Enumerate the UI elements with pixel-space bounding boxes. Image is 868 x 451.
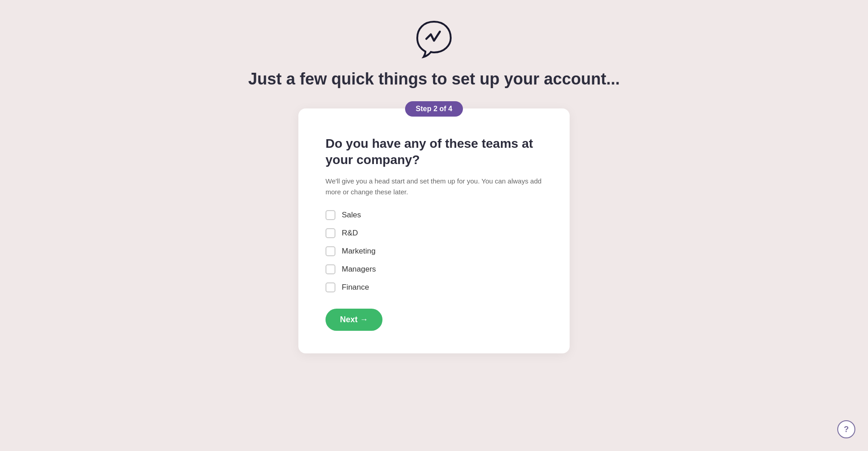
logo bbox=[414, 18, 454, 61]
card-title: Do you have any of these teams at your c… bbox=[326, 136, 542, 169]
help-button[interactable]: ? bbox=[837, 420, 855, 438]
checkbox-item-managers[interactable]: Managers bbox=[326, 264, 542, 274]
checkbox-label-rd: R&D bbox=[342, 229, 358, 238]
checkbox-marketing[interactable] bbox=[326, 246, 335, 256]
page-title: Just a few quick things to set up your a… bbox=[248, 70, 620, 89]
checkbox-label-marketing: Marketing bbox=[342, 247, 376, 256]
card-subtitle: We'll give you a head start and set them… bbox=[326, 176, 542, 197]
checkbox-item-marketing[interactable]: Marketing bbox=[326, 246, 542, 256]
checkbox-item-rd[interactable]: R&D bbox=[326, 228, 542, 238]
checkbox-rd[interactable] bbox=[326, 228, 335, 238]
checkbox-label-managers: Managers bbox=[342, 265, 376, 274]
step-badge: Step 2 of 4 bbox=[405, 101, 463, 117]
teams-checkbox-group: SalesR&DMarketingManagersFinance bbox=[326, 210, 542, 292]
checkbox-item-sales[interactable]: Sales bbox=[326, 210, 542, 220]
checkbox-label-sales: Sales bbox=[342, 211, 361, 220]
next-button[interactable]: Next → bbox=[326, 309, 382, 331]
checkbox-managers[interactable] bbox=[326, 264, 335, 274]
checkbox-item-finance[interactable]: Finance bbox=[326, 282, 542, 292]
checkbox-label-finance: Finance bbox=[342, 283, 369, 292]
checkbox-finance[interactable] bbox=[326, 282, 335, 292]
checkbox-sales[interactable] bbox=[326, 210, 335, 220]
main-card: Do you have any of these teams at your c… bbox=[298, 108, 570, 353]
